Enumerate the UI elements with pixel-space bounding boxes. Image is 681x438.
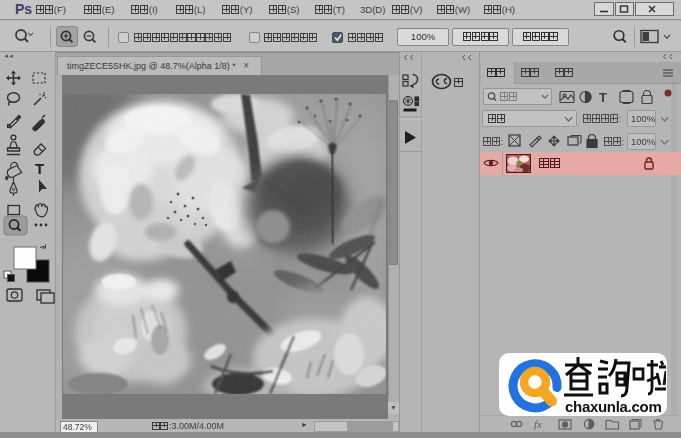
svg-text:T: T bbox=[599, 90, 607, 105]
svg-text:T: T bbox=[35, 160, 44, 177]
svg-text:fx: fx bbox=[534, 418, 542, 430]
